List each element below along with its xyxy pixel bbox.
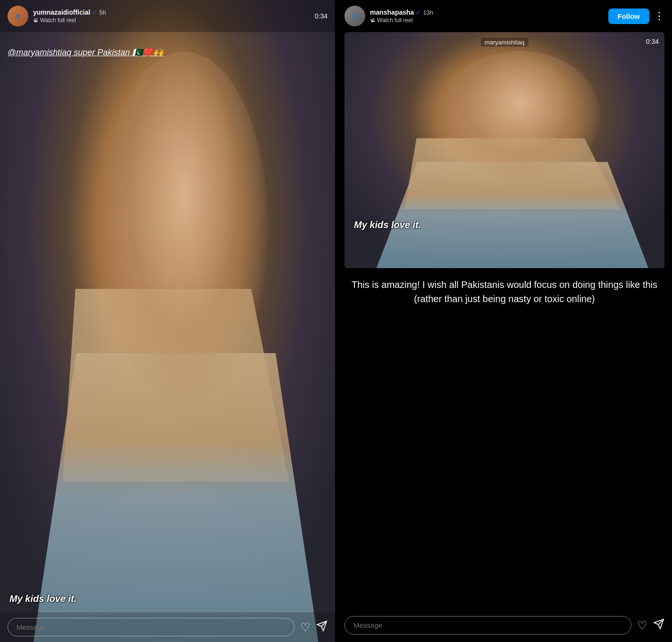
- right-watch-reel-label: Watch full reel: [377, 17, 413, 24]
- right-username[interactable]: manshapasha: [370, 8, 414, 16]
- follow-button[interactable]: Follow: [608, 8, 650, 24]
- left-header-info: yumnazaidiofficial ✓ 5h 📽 Watch full ree…: [33, 8, 315, 24]
- right-verified-icon: ✓: [416, 9, 421, 16]
- left-timer: 0:34: [315, 12, 328, 20]
- right-caption-overlay: My kids love it.: [354, 220, 655, 230]
- right-comment-text: This is amazing! I wish all Pakistanis w…: [344, 278, 664, 306]
- left-message-input[interactable]: [8, 618, 294, 636]
- right-message-input[interactable]: [344, 616, 631, 634]
- left-time: 5h: [99, 9, 106, 16]
- left-verified-icon: ✓: [92, 9, 97, 16]
- left-heart-icon[interactable]: ♡: [300, 621, 311, 634]
- left-caption-overlay: My kids love it.: [9, 593, 326, 604]
- right-person-photo: [344, 32, 664, 268]
- left-watch-reel-label: Watch full reel: [40, 17, 76, 24]
- left-mention-suffix: super Pakistan 🇵🇰❤️🙌: [71, 48, 163, 57]
- left-username[interactable]: yumnazaidiofficial: [33, 8, 90, 16]
- right-send-icon[interactable]: [653, 618, 664, 633]
- left-post-header: 👤 yumnazaidiofficial ✓ 5h 📽 Watch full r…: [0, 0, 335, 32]
- right-watch-reel[interactable]: 📽 Watch full reel: [370, 17, 608, 24]
- left-username-row: yumnazaidiofficial ✓ 5h: [33, 8, 315, 16]
- left-video-caption: My kids love it.: [9, 593, 76, 604]
- left-post-footer: ♡: [0, 612, 335, 642]
- left-avatar[interactable]: 👤: [8, 6, 28, 26]
- left-mention-overlay: @maryamishtiaq super Pakistan 🇵🇰❤️🙌: [8, 47, 328, 58]
- right-source-label: maryamishtiaq: [481, 38, 529, 47]
- right-header-right: Follow ⋮: [608, 8, 665, 24]
- right-time: 13h: [423, 9, 433, 16]
- right-timer-overlay: 0:34: [646, 38, 659, 45]
- right-post: 👤 manshapasha ✓ 13h 📽 Watch full reel Fo…: [337, 0, 672, 642]
- more-options-button[interactable]: ⋮: [654, 11, 664, 21]
- left-post: My kids love it. 👤 yumnazaidiofficial ✓ …: [0, 0, 337, 642]
- left-send-icon[interactable]: [316, 620, 328, 634]
- right-thumbnail-video: maryamishtiaq 0:34 My kids love it.: [344, 32, 664, 268]
- right-heart-icon[interactable]: ♡: [637, 619, 647, 632]
- left-header-right: 0:34: [315, 12, 328, 20]
- left-watch-reel[interactable]: 📽 Watch full reel: [33, 17, 315, 24]
- right-post-inner: 👤 manshapasha ✓ 13h 📽 Watch full reel Fo…: [337, 0, 672, 642]
- right-comment-section: This is amazing! I wish all Pakistanis w…: [337, 268, 672, 611]
- left-person-photo: [0, 0, 335, 642]
- right-video-caption: My kids love it.: [354, 220, 421, 230]
- right-header-info: manshapasha ✓ 13h 📽 Watch full reel: [370, 8, 608, 24]
- right-username-row: manshapasha ✓ 13h: [370, 8, 608, 16]
- left-video-area: My kids love it.: [0, 0, 335, 642]
- right-avatar[interactable]: 👤: [344, 6, 365, 26]
- left-reel-icon: 📽: [33, 17, 38, 23]
- left-mention-link[interactable]: @maryamishtiaq: [8, 48, 71, 57]
- right-post-footer: ♡: [337, 611, 672, 642]
- right-post-header: 👤 manshapasha ✓ 13h 📽 Watch full reel Fo…: [337, 0, 672, 32]
- right-reel-icon: 📽: [370, 17, 375, 23]
